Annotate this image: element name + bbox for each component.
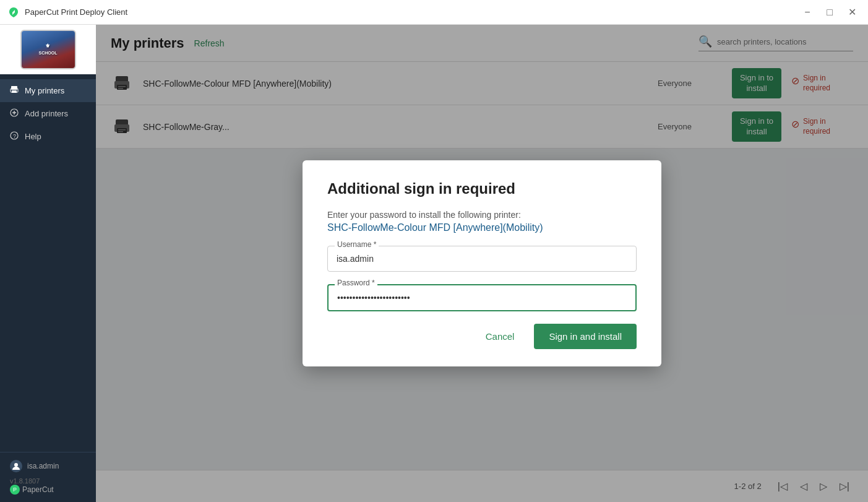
sidebar-label-add-printers: Add printers: [25, 109, 68, 118]
papercut-logo-icon: [7, 6, 20, 19]
app-container: ⚜ SCHOOL My printers Add printers ?: [0, 25, 868, 502]
sidebar-nav: My printers Add printers ? Help: [0, 74, 96, 452]
dialog-printer-name: SHC-FollowMe-Colour MFD [Anywhere](Mobil…: [327, 222, 637, 233]
title-bar-left: PaperCut Print Deploy Client: [7, 6, 127, 19]
sign-in-and-install-button[interactable]: Sign in and install: [534, 324, 637, 349]
password-input[interactable]: [327, 284, 637, 311]
sidebar-item-add-printers[interactable]: Add printers: [0, 102, 96, 125]
username-field: Username *: [327, 246, 637, 272]
sidebar-footer: isa.admin v1.8.1807 P PaperCut: [0, 452, 96, 502]
add-icon: [10, 108, 19, 119]
main-content: My printers Refresh 🔍 SHC-FollowMe-Colou…: [96, 25, 868, 502]
user-avatar: [10, 460, 22, 472]
password-label: Password *: [335, 279, 377, 287]
modal-overlay: Additional sign in required Enter your p…: [96, 25, 868, 502]
password-field: Password *: [327, 284, 637, 311]
help-icon: ?: [10, 131, 19, 142]
app-title: PaperCut Print Deploy Client: [25, 7, 127, 17]
title-bar-controls: − □ ✕: [799, 4, 861, 21]
cancel-button[interactable]: Cancel: [476, 326, 525, 347]
svg-rect-0: [11, 86, 17, 90]
close-button[interactable]: ✕: [843, 4, 861, 21]
sidebar-item-my-printers[interactable]: My printers: [0, 79, 96, 102]
sidebar-item-help[interactable]: ? Help: [0, 125, 96, 148]
sidebar-version: v1.8.1807: [10, 477, 86, 485]
svg-point-8: [14, 463, 18, 467]
minimize-button[interactable]: −: [799, 4, 816, 21]
dialog-actions: Cancel Sign in and install: [327, 324, 637, 349]
sidebar-username: isa.admin: [27, 462, 59, 470]
papercut-brand-name: PaperCut: [22, 485, 54, 494]
svg-rect-2: [12, 90, 17, 93]
papercut-brand-icon: P: [10, 485, 20, 495]
dialog: Additional sign in required Enter your p…: [303, 160, 661, 366]
svg-text:?: ?: [13, 133, 16, 139]
printer-icon: [10, 85, 19, 96]
sidebar: ⚜ SCHOOL My printers Add printers ?: [0, 25, 96, 502]
papercut-brand: P PaperCut: [10, 485, 86, 495]
maximize-button[interactable]: □: [821, 4, 838, 21]
dialog-title: Additional sign in required: [327, 180, 637, 197]
sidebar-user: isa.admin: [10, 460, 86, 472]
username-input[interactable]: [327, 246, 637, 272]
sidebar-logo: ⚜ SCHOOL: [0, 25, 96, 74]
sidebar-label-help: Help: [25, 132, 41, 141]
title-bar: PaperCut Print Deploy Client − □ ✕: [0, 0, 868, 25]
sidebar-label-my-printers: My printers: [25, 86, 64, 95]
dialog-description: Enter your password to install the follo…: [327, 210, 637, 220]
username-label: Username *: [335, 240, 379, 249]
